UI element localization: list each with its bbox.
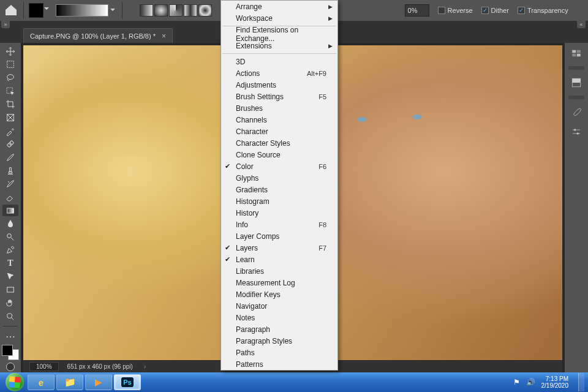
menu-item-3d[interactable]: 3D	[221, 56, 337, 67]
blur-tool[interactable]	[2, 217, 18, 230]
move-tool[interactable]	[2, 45, 18, 58]
menu-item-layer-comps[interactable]: Layer Comps	[221, 230, 337, 242]
menu-item-extensions[interactable]: Extensions▶	[221, 40, 337, 51]
menu-item-character[interactable]: Character	[221, 126, 337, 137]
menu-item-info[interactable]: InfoF8	[221, 219, 337, 230]
menu-item-layers[interactable]: ✔LayersF7	[221, 242, 337, 254]
menu-item-label: Info	[236, 221, 248, 229]
angle-gradient-button[interactable]	[169, 4, 183, 17]
close-icon[interactable]: ×	[162, 32, 166, 40]
panel-icon-swatches[interactable]	[568, 76, 584, 89]
panel-drag-handle[interactable]	[568, 96, 584, 99]
menu-item-modifier-keys[interactable]: Modifier Keys	[221, 288, 337, 300]
home-icon[interactable]	[4, 3, 18, 18]
marquee-tool[interactable]	[2, 59, 18, 71]
svg-rect-9	[572, 50, 576, 53]
diamond-gradient-button[interactable]	[198, 4, 212, 17]
zoom-field[interactable]: 100%	[29, 362, 59, 371]
document-tab[interactable]: Capture.PNG @ 100% (Layer 1, RGB/8) * ×	[23, 28, 173, 43]
rectangle-tool[interactable]	[2, 284, 18, 296]
type-tool[interactable]: T	[2, 257, 18, 270]
menu-item-workspace[interactable]: Workspace▶	[221, 12, 337, 24]
flag-icon[interactable]: ⚑	[513, 378, 520, 386]
menu-item-paragraph[interactable]: Paragraph	[221, 323, 337, 335]
menu-item-measurement-log[interactable]: Measurement Log	[221, 277, 337, 288]
menu-item-label: Character Styles	[236, 139, 290, 148]
frame-tool[interactable]	[2, 111, 18, 124]
pen-tool[interactable]	[2, 244, 18, 257]
menu-item-navigator[interactable]: Navigator	[221, 300, 337, 312]
hand-tool[interactable]	[2, 297, 18, 309]
panel-icon-color[interactable]	[568, 47, 584, 60]
eyedropper-tool[interactable]	[2, 125, 18, 137]
svg-point-1	[7, 75, 14, 80]
menu-item-history[interactable]: History	[221, 207, 337, 219]
menu-item-brush-settings[interactable]: Brush SettingsF5	[221, 91, 337, 102]
menu-item-learn[interactable]: ✔Learn	[221, 254, 337, 265]
menu-item-paragraph-styles[interactable]: Paragraph Styles	[221, 335, 337, 347]
brush-tool[interactable]	[2, 151, 18, 164]
svg-rect-7	[7, 287, 14, 292]
menu-item-gradients[interactable]: Gradients	[221, 184, 337, 195]
path-select-tool[interactable]	[2, 271, 18, 283]
expand-right-handle[interactable]: «	[577, 21, 586, 28]
menu-item-label: 3D	[236, 58, 245, 66]
linear-gradient-button[interactable]	[140, 4, 153, 17]
menu-item-histogram[interactable]: Histogram	[221, 195, 337, 207]
panel-icon-brush[interactable]	[568, 105, 584, 119]
stamp-tool[interactable]	[2, 165, 18, 177]
crop-tool[interactable]	[2, 99, 18, 111]
dither-checkbox[interactable]: Dither	[481, 7, 509, 14]
taskbar-photoshop[interactable]: Ps	[114, 374, 141, 390]
chevron-right-icon[interactable]: ›	[144, 363, 146, 370]
panel-drag-handle[interactable]	[568, 66, 584, 70]
opacity-field[interactable]: 0%	[405, 4, 429, 17]
edit-toolbar[interactable]: ⋯	[2, 330, 18, 342]
eraser-tool[interactable]	[2, 191, 18, 203]
zoom-tool[interactable]	[2, 311, 18, 323]
reverse-checkbox[interactable]: Reverse	[438, 7, 473, 14]
taskbar-ie[interactable]: e	[28, 374, 55, 390]
history-brush-tool[interactable]	[2, 178, 18, 190]
transparency-checkbox[interactable]: Transparency	[518, 7, 568, 14]
quick-mask-toggle[interactable]	[2, 361, 18, 372]
menu-item-arrange[interactable]: Arrange▶	[221, 1, 337, 12]
color-swatches[interactable]	[2, 345, 19, 360]
foreground-color[interactable]	[2, 345, 13, 356]
menu-item-adjustments[interactable]: Adjustments	[221, 79, 337, 91]
menu-item-actions[interactable]: ActionsAlt+F9	[221, 67, 337, 79]
quick-select-tool[interactable]	[2, 85, 18, 97]
start-button[interactable]	[4, 372, 26, 392]
volume-icon[interactable]: 🔊	[526, 378, 535, 386]
expand-left-handle[interactable]: »	[1, 21, 10, 28]
gradient-tool[interactable]	[2, 205, 18, 217]
menu-item-color[interactable]: ✔ColorF6	[221, 160, 337, 172]
menu-item-libraries[interactable]: Libraries	[221, 265, 337, 277]
menu-item-channels[interactable]: Channels	[221, 114, 337, 126]
dodge-tool[interactable]	[2, 231, 18, 243]
document-tab-title: Capture.PNG @ 100% (Layer 1, RGB/8) *	[30, 32, 156, 40]
menu-item-glyphs[interactable]: Glyphs	[221, 172, 337, 184]
lasso-tool[interactable]	[2, 72, 18, 84]
clock[interactable]: 7:13 PM 2/19/2020	[541, 375, 569, 389]
menu-item-label: Extensions	[236, 42, 272, 50]
taskbar-media[interactable]: ▶	[85, 374, 112, 390]
menu-item-find-extensions-on-exchange[interactable]: Find Extensions on Exchange...	[221, 28, 337, 40]
reflected-gradient-button[interactable]	[184, 4, 197, 17]
menu-item-patterns[interactable]: Patterns	[221, 358, 337, 370]
menu-item-clone-source[interactable]: Clone Source	[221, 149, 337, 160]
gradient-preview[interactable]	[56, 4, 108, 17]
menu-item-character-styles[interactable]: Character Styles	[221, 137, 337, 149]
menu-item-label: Notes	[236, 314, 255, 322]
healing-tool[interactable]	[2, 138, 18, 150]
windows-logo-icon	[6, 373, 24, 391]
taskbar-explorer[interactable]: 📁	[56, 374, 83, 390]
panel-icon-adjust[interactable]	[568, 125, 584, 138]
foreground-swatch[interactable]	[29, 3, 43, 18]
menu-item-brushes[interactable]: Brushes	[221, 102, 337, 114]
show-desktop-button[interactable]	[578, 373, 584, 391]
menu-item-paths[interactable]: Paths	[221, 347, 337, 358]
radial-gradient-button[interactable]	[154, 4, 168, 17]
menu-item-label: Glyphs	[236, 174, 258, 183]
menu-item-notes[interactable]: Notes	[221, 312, 337, 323]
